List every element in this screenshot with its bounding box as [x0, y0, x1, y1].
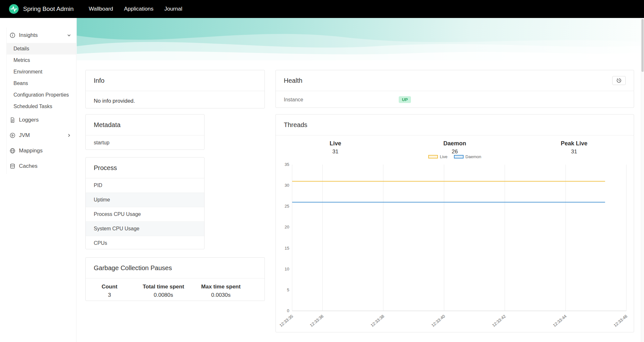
sidebar-item-metrics[interactable]: Metrics: [7, 55, 76, 66]
stat-peak-live-label: Peak Live: [514, 140, 634, 147]
health-panel-header: Health: [276, 70, 634, 91]
sidebar-item-details[interactable]: Details: [7, 43, 76, 55]
legend-swatch-daemon: [454, 155, 464, 158]
health-history-button[interactable]: [612, 76, 626, 85]
threads-panel-title: Threads: [276, 115, 634, 135]
stat-daemon-value: 26: [395, 149, 515, 155]
svg-text:12:33:38: 12:33:38: [370, 314, 385, 328]
brand-title: Spring Boot Admin: [23, 5, 74, 13]
svg-text:12:33:42: 12:33:42: [491, 314, 507, 328]
process-table: PID Uptime Process CPU Usage System CPU …: [86, 178, 204, 250]
health-instance-row: Instance UP: [276, 91, 634, 108]
process-row-system-cpu-usage: System CPU Usage: [86, 222, 204, 236]
sidebar-item-label: Caches: [19, 163, 38, 169]
chevron-down-icon: [67, 33, 71, 37]
play-circle-icon: [10, 133, 15, 138]
nav-item-applications[interactable]: Applications: [118, 0, 159, 18]
process-row-process-cpu-usage: Process CPU Usage: [86, 207, 204, 222]
svg-text:12:33:46: 12:33:46: [613, 314, 628, 328]
stat-peak-live-value: 31: [514, 149, 634, 155]
stat-live-label: Live: [276, 140, 395, 147]
legend-label-live: Live: [440, 154, 448, 159]
scrollbar-thumb[interactable]: [641, 19, 644, 72]
threads-panel: Threads Live 31 Daemon 26 Peak Live 31: [275, 114, 634, 332]
gc-value-max-time: 0.0030s: [194, 291, 248, 299]
sidebar: Insights Details Metrics Environment Bea…: [0, 18, 76, 342]
gc-col-max-time: Max time spent: [194, 283, 248, 291]
stat-live-value: 31: [276, 149, 395, 155]
legend-swatch-live: [428, 155, 438, 158]
stat-daemon-label: Daemon: [395, 140, 515, 147]
legend-item-daemon[interactable]: Daemon: [454, 154, 481, 159]
svg-text:12:33:35: 12:33:35: [279, 314, 294, 328]
nav-item-journal[interactable]: Journal: [159, 0, 188, 18]
sidebar-item-jvm[interactable]: JVM: [7, 128, 76, 143]
sidebar-item-insights[interactable]: Insights: [7, 28, 76, 43]
gc-col-count: Count: [86, 283, 133, 291]
gc-table: Count Total time spent Max time spent 3 …: [86, 278, 265, 299]
sidebar-menu: Insights Details Metrics Environment Bea…: [6, 28, 76, 174]
status-badge: UP: [399, 96, 411, 103]
spring-boot-admin-app: Spring Boot Admin Wallboard Applications…: [0, 0, 644, 342]
sidebar-item-configuration-properties[interactable]: Configuration Properties: [7, 89, 76, 101]
svg-text:15: 15: [285, 246, 289, 251]
info-circle-icon: [10, 32, 15, 38]
svg-text:5: 5: [287, 287, 289, 292]
svg-text:25: 25: [285, 204, 289, 209]
sidebar-item-loggers[interactable]: Loggers: [7, 112, 76, 128]
sidebar-item-scheduled-tasks[interactable]: Scheduled Tasks: [7, 101, 76, 112]
stat-live: Live 31: [276, 140, 395, 155]
legend-item-live[interactable]: Live: [428, 154, 448, 159]
gc-panel: Garbage Collection Pauses Count Total ti…: [85, 257, 265, 301]
process-row-cpus: CPUs: [86, 236, 204, 250]
legend-label-daemon: Daemon: [466, 154, 481, 159]
sidebar-item-label: Loggers: [19, 117, 39, 123]
spring-boot-admin-logo-icon: [8, 4, 19, 14]
gc-col-total-time: Total time spent: [133, 283, 194, 291]
nav-item-wallboard[interactable]: Wallboard: [83, 0, 118, 18]
sidebar-item-caches[interactable]: Caches: [7, 158, 76, 174]
svg-text:12:33:40: 12:33:40: [431, 314, 446, 328]
main-nav: Wallboard Applications Journal: [83, 0, 187, 18]
gc-value-total-time: 0.0080s: [133, 291, 194, 299]
sidebar-item-mappings[interactable]: Mappings: [7, 143, 76, 158]
stat-daemon: Daemon 26: [395, 140, 515, 155]
file-text-icon: [10, 117, 15, 123]
info-panel-title: Info: [86, 70, 265, 91]
svg-text:20: 20: [285, 225, 289, 229]
metadata-row-startup: startup: [86, 135, 204, 150]
process-row-pid: PID: [86, 178, 204, 193]
metadata-panel: Metadata startup: [85, 114, 205, 150]
globe-icon: [10, 148, 15, 154]
svg-text:35: 35: [285, 162, 289, 167]
sidebar-item-environment[interactable]: Environment: [7, 66, 76, 78]
threads-line-chart: 12:33:3512:33:3612:33:3812:33:4012:33:42…: [276, 161, 634, 331]
sidebar-item-label: Mappings: [19, 148, 43, 154]
info-panel: Info No info provided.: [85, 70, 265, 108]
threads-stats: Live 31 Daemon 26 Peak Live 31: [276, 135, 634, 155]
sidebar-item-label: JVM: [19, 132, 30, 139]
brand-link[interactable]: Spring Boot Admin: [8, 4, 74, 14]
top-navbar: Spring Boot Admin Wallboard Applications…: [0, 0, 644, 18]
health-instance-label: Instance: [284, 97, 399, 103]
svg-text:12:33:44: 12:33:44: [552, 314, 567, 328]
stat-peak-live: Peak Live 31: [514, 140, 634, 155]
process-panel-title: Process: [86, 158, 204, 178]
svg-text:30: 30: [285, 183, 289, 188]
header-wave-decoration: [77, 18, 641, 60]
health-panel: Health Instance UP: [275, 70, 634, 108]
sidebar-item-beans[interactable]: Beans: [7, 78, 76, 89]
scrollbar[interactable]: [641, 18, 644, 342]
metadata-panel-title: Metadata: [86, 115, 204, 135]
health-panel-title: Health: [284, 77, 302, 84]
chevron-right-icon: [67, 133, 71, 137]
process-row-uptime: Uptime: [86, 193, 204, 207]
chart-legend: Live Daemon: [276, 154, 634, 159]
gc-panel-title: Garbage Collection Pauses: [86, 258, 265, 278]
gc-value-count: 3: [86, 291, 133, 299]
history-icon: [616, 78, 622, 83]
svg-text:0: 0: [287, 308, 289, 313]
process-panel: Process PID Uptime Process CPU Usage Sys…: [85, 157, 205, 249]
threads-chart: 12:33:3512:33:3612:33:3812:33:4012:33:42…: [276, 161, 634, 331]
info-panel-body: No info provided.: [86, 91, 265, 111]
